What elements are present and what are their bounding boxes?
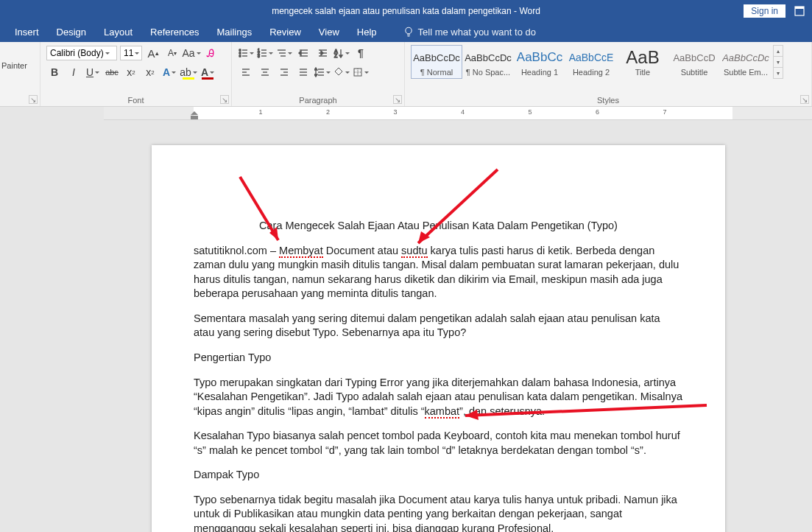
paragraph-launcher-icon[interactable]: ↘: [393, 95, 402, 104]
style-item[interactable]: AaBbCcDcSubtle Em...: [720, 45, 772, 79]
font-group-label: Font: [46, 95, 225, 105]
style-name: Heading 2: [568, 68, 615, 77]
styles-group-label: Styles: [411, 95, 805, 105]
change-case-button[interactable]: Aa: [183, 45, 200, 61]
font-launcher-icon[interactable]: ↘: [220, 95, 229, 104]
svg-marker-48: [314, 68, 317, 70]
ruler-number: 3: [394, 108, 398, 116]
style-name: Heading 1: [516, 68, 563, 77]
spelling-error[interactable]: sudtu: [401, 245, 427, 258]
horizontal-ruler[interactable]: 1234567: [104, 107, 812, 120]
paragraph: Pengertian Typo: [194, 351, 683, 365]
borders-button[interactable]: [353, 64, 369, 80]
align-right-button[interactable]: [276, 64, 292, 80]
style-item[interactable]: AaBbCcDc¶ Normal: [411, 45, 462, 79]
style-item[interactable]: AaBTitle: [617, 45, 668, 79]
paragraph: Typo sebenarnya tidak begitu masalah jik…: [194, 493, 683, 532]
svg-marker-27: [321, 51, 323, 55]
show-hide-paragraph-button[interactable]: ¶: [353, 45, 369, 61]
svg-point-7: [239, 52, 241, 54]
justify-button[interactable]: [295, 64, 311, 80]
gallery-scroll[interactable]: ▴▾▾: [773, 45, 783, 79]
tab-help[interactable]: Help: [357, 27, 377, 38]
bold-button[interactable]: B: [46, 64, 63, 80]
font-size-select[interactable]: 11: [120, 46, 142, 60]
styles-group: AaBbCcDc¶ NormalAaBbCcDc¶ No Spac...AaBb…: [405, 42, 812, 106]
shading-button[interactable]: [333, 64, 350, 80]
superscript-button[interactable]: x2: [142, 64, 158, 80]
align-center-button[interactable]: [257, 64, 273, 80]
indent-marker-icon[interactable]: [191, 108, 198, 119]
ruler-number: 1: [259, 108, 263, 116]
tab-mailings[interactable]: Mailings: [217, 27, 253, 38]
text-effects-button[interactable]: A: [161, 64, 177, 80]
page[interactable]: Cara Mengecek Salah Ejaan Atau Penulisan…: [152, 145, 725, 532]
ruler-number: 2: [326, 108, 330, 116]
decrease-indent-button[interactable]: [295, 45, 311, 61]
shrink-font-button[interactable]: A▾: [164, 45, 180, 61]
multilevel-list-button[interactable]: [276, 45, 292, 61]
style-name: ¶ Normal: [413, 68, 460, 77]
tab-review[interactable]: Review: [269, 27, 301, 38]
spelling-error[interactable]: kambat: [425, 405, 460, 419]
style-name: Title: [619, 68, 666, 77]
svg-rect-1: [795, 7, 804, 9]
paragraph: Typo merupakan singkatan dari Typing Err…: [194, 376, 683, 419]
tell-me-search[interactable]: Tell me what you want to do: [403, 27, 536, 38]
bullets-button[interactable]: [238, 45, 254, 61]
tab-layout[interactable]: Layout: [104, 27, 133, 38]
lightbulb-icon: [403, 27, 414, 37]
style-preview: AaB: [619, 47, 666, 68]
sign-in-button[interactable]: Sign in: [744, 4, 785, 18]
font-family-select[interactable]: Calibri (Body): [46, 46, 117, 60]
document-heading: Cara Mengecek Salah Ejaan Atau Penulisan…: [194, 219, 683, 234]
tab-design[interactable]: Design: [57, 27, 86, 38]
style-preview: AaBbCcDc: [465, 47, 512, 68]
clipboard-launcher-icon[interactable]: ↘: [29, 95, 38, 104]
tab-references[interactable]: References: [150, 27, 199, 38]
svg-text:Z: Z: [334, 53, 338, 58]
style-item[interactable]: AaBbCcHeading 1: [514, 45, 565, 79]
increase-indent-button[interactable]: [314, 45, 331, 61]
tab-view[interactable]: View: [319, 27, 339, 38]
underline-button[interactable]: U: [85, 64, 101, 80]
menu-bar: Insert Design Layout References Mailings…: [0, 21, 812, 42]
style-item[interactable]: AaBbCcDSubtitle: [668, 45, 720, 79]
subscript-button[interactable]: x2: [123, 64, 139, 80]
svg-point-2: [405, 27, 411, 33]
grow-font-button[interactable]: A▴: [145, 45, 161, 61]
document-area[interactable]: Cara Mengecek Salah Ejaan Atau Penulisan…: [0, 121, 812, 532]
numbering-button[interactable]: 123: [257, 45, 273, 61]
format-painter-button[interactable]: Painter: [1, 61, 38, 70]
style-item[interactable]: AaBbCcEHeading 2: [565, 45, 617, 79]
window-title: mengecek salah ejaan atau penulisan kata…: [272, 6, 540, 16]
styles-launcher-icon[interactable]: ↘: [800, 95, 809, 104]
style-name: Subtle Em...: [722, 68, 769, 77]
styles-gallery[interactable]: AaBbCcDc¶ NormalAaBbCcDc¶ No Spac...AaBb…: [411, 45, 805, 79]
style-name: Subtitle: [671, 68, 718, 77]
line-spacing-button[interactable]: [314, 64, 331, 80]
svg-text:3: 3: [258, 54, 260, 58]
ribbon-display-options-icon[interactable]: [791, 4, 808, 18]
clipboard-group: Painter ↘: [0, 42, 40, 106]
style-name: ¶ No Spac...: [465, 68, 512, 77]
paragraph-group: 123 AZ ¶ Paragraph ↘: [232, 42, 405, 106]
highlight-color-button[interactable]: ab: [180, 64, 197, 80]
font-group: Calibri (Body) 11 A▴ A▾ Aa Ꭿ B I U abc x…: [40, 42, 232, 106]
paragraph: Kesalahan Typo biasanya salah pencet tom…: [194, 429, 683, 458]
sort-button[interactable]: AZ: [333, 45, 350, 61]
style-item[interactable]: AaBbCcDc¶ No Spac...: [462, 45, 514, 79]
strikethrough-button[interactable]: abc: [104, 64, 120, 80]
svg-marker-23: [299, 51, 301, 55]
style-preview: AaBbCcE: [568, 47, 615, 68]
ruler-number: 6: [596, 108, 599, 116]
font-color-button[interactable]: A: [200, 64, 216, 80]
spelling-error[interactable]: Membyat: [279, 245, 323, 258]
title-bar: mengecek salah ejaan atau penulisan kata…: [0, 0, 812, 21]
paragraph: Dampak Typo: [194, 468, 683, 483]
paragraph: satutitiknol.com – Membyat Document atau…: [194, 244, 683, 301]
clear-formatting-button[interactable]: Ꭿ: [202, 45, 219, 61]
align-left-button[interactable]: [238, 64, 254, 80]
tab-insert[interactable]: Insert: [15, 27, 39, 38]
italic-button[interactable]: I: [66, 64, 82, 80]
